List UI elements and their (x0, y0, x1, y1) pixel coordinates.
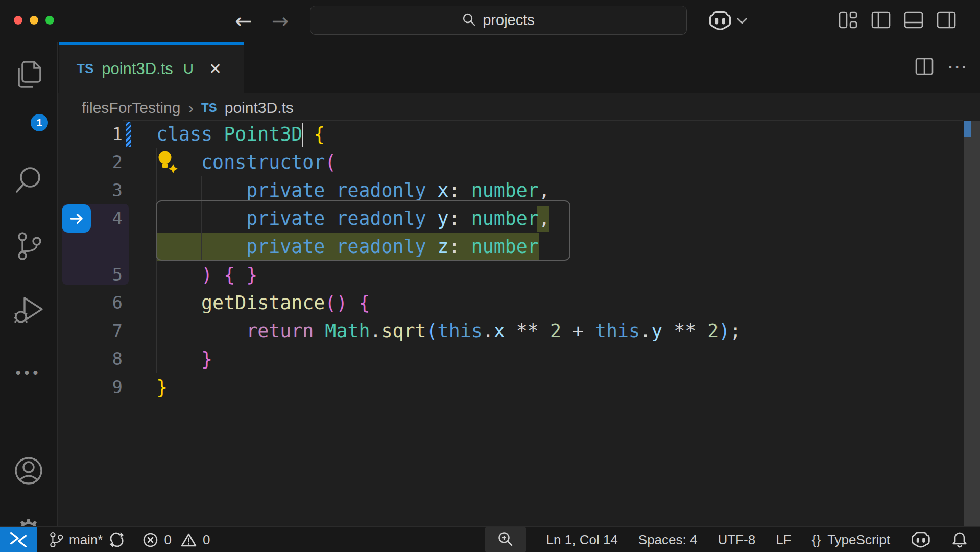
sidebar-item-explorer[interactable] (0, 57, 57, 90)
search-value: projects (483, 12, 535, 29)
go-back-button[interactable]: ← (235, 9, 252, 33)
line-number: 5 (77, 261, 123, 289)
layout-controls (838, 10, 957, 30)
problems-status[interactable]: 0 0 (142, 532, 210, 548)
status-bar: main* 0 (0, 526, 980, 552)
code-text: getDistance() { (156, 289, 370, 317)
warning-count: 0 (203, 532, 210, 548)
close-tab-icon[interactable]: ✕ (209, 60, 222, 78)
text-cursor (302, 123, 303, 147)
toggle-panel-icon[interactable] (903, 10, 924, 30)
code-text: ) { } (156, 261, 257, 289)
error-count: 0 (164, 532, 171, 548)
zoom-button[interactable] (45, 16, 54, 25)
code-text: } (156, 345, 212, 373)
sidebar-item-run-debug[interactable] (0, 294, 57, 328)
tab-point3d-ts[interactable]: TS point3D.ts U ✕ (59, 42, 244, 93)
copilot-accept-suggestion-button[interactable] (62, 204, 91, 233)
more-actions-icon[interactable]: ⋯ (947, 55, 969, 78)
copilot-suggestion-box (156, 200, 570, 261)
line-number: 2 (77, 148, 123, 176)
editor-actions: ⋯ (915, 55, 969, 78)
code-line-5[interactable]: 5 ) { } (58, 261, 980, 289)
eol-sequence[interactable]: LF (776, 532, 791, 548)
tab-label: point3D.ts (102, 60, 173, 78)
code-line-8[interactable]: 8 } (58, 345, 980, 373)
ellipsis-icon: ••• (16, 364, 41, 381)
activity-bar: 1 (0, 42, 58, 526)
vscode-window: ← → projects (0, 0, 980, 552)
error-icon (142, 532, 158, 548)
source-control-icon (14, 231, 43, 262)
chevron-down-icon (737, 18, 747, 25)
code-line-9[interactable]: 9} (58, 373, 980, 401)
run-debug-icon (12, 294, 45, 328)
split-editor-icon[interactable] (915, 58, 934, 75)
toggle-primary-sidebar-icon[interactable] (871, 10, 891, 30)
title-bar: ← → projects (0, 0, 980, 42)
window-controls (14, 16, 54, 25)
close-button[interactable] (14, 16, 22, 25)
screencast-zoom-indicator[interactable] (485, 527, 526, 552)
branch-status[interactable]: main* (49, 531, 125, 549)
toggle-secondary-sidebar-icon[interactable] (936, 10, 957, 30)
remote-icon (8, 528, 29, 551)
warning-icon (180, 532, 197, 548)
line-number: 9 (77, 373, 123, 401)
customize-layout-icon[interactable] (838, 10, 858, 30)
git-untracked-badge: U (183, 61, 194, 77)
typescript-file-icon: TS (201, 101, 217, 115)
code-line-1[interactable]: 1class Point3D { (58, 120, 980, 148)
sidebar-item-source-control[interactable] (0, 231, 57, 262)
search-icon (13, 165, 44, 197)
gutter-modified-indicator (126, 122, 131, 147)
notifications-bell-icon[interactable] (951, 531, 968, 549)
tab-bar: TS point3D.ts U ✕ ⋯ (58, 42, 980, 93)
breadcrumb-folder[interactable]: filesForTesting (82, 99, 180, 117)
branch-name: main* (69, 532, 103, 548)
code-action-lightbulb[interactable] (157, 150, 179, 176)
copilot-status-icon[interactable] (911, 532, 931, 548)
breadcrumb: filesForTesting › TS point3D.ts (82, 95, 294, 121)
arrow-right-icon (65, 209, 88, 229)
code-text: } (156, 373, 168, 401)
code-line-7[interactable]: 7 return Math.sqrt(this.x ** 2 + this.y … (58, 317, 980, 345)
command-center-search[interactable]: projects (310, 6, 687, 35)
copilot-menu[interactable] (708, 11, 747, 31)
breadcrumb-file[interactable]: point3D.ts (225, 99, 294, 117)
line-number: 6 (77, 289, 123, 317)
cursor-position[interactable]: Ln 1, Col 14 (546, 532, 618, 548)
code-text: constructor( (156, 148, 336, 176)
explorer-icon (12, 57, 45, 90)
line-number: 3 (77, 176, 123, 204)
git-branch-icon (49, 531, 63, 549)
sync-icon (108, 531, 125, 549)
indentation[interactable]: Spaces: 4 (638, 532, 698, 548)
language-name: TypeScript (827, 532, 890, 548)
encoding[interactable]: UTF-8 (718, 532, 755, 548)
braces-icon: {} (811, 533, 821, 547)
code-line-6[interactable]: 6 getDistance() { (58, 289, 980, 317)
vertical-scrollbar[interactable] (964, 121, 980, 526)
lightbulb-sparkle-icon (157, 150, 179, 176)
line-number: 1 (77, 120, 123, 148)
language-mode[interactable]: {} TypeScript (811, 532, 890, 548)
zoom-in-icon (497, 531, 514, 548)
sidebar-item-search[interactable] (0, 165, 57, 197)
sidebar-item-accounts[interactable] (0, 455, 57, 486)
line-number: 8 (77, 345, 123, 373)
copilot-icon (708, 11, 732, 31)
overview-ruler-modified-marker (964, 121, 971, 137)
breadcrumb-separator: › (188, 99, 194, 118)
account-icon (13, 455, 44, 486)
code-text: return Math.sqrt(this.x ** 2 + this.y **… (156, 317, 741, 345)
typescript-file-icon: TS (77, 61, 93, 77)
explorer-badge: 1 (30, 113, 49, 132)
minimize-button[interactable] (30, 16, 38, 25)
code-line-2[interactable]: 2 constructor( (58, 148, 980, 176)
line-number: 7 (77, 317, 123, 345)
remote-indicator[interactable] (0, 527, 37, 552)
go-forward-button[interactable]: → (272, 9, 289, 33)
sidebar-item-more-actions[interactable]: ••• (0, 364, 57, 381)
search-icon (462, 13, 476, 27)
